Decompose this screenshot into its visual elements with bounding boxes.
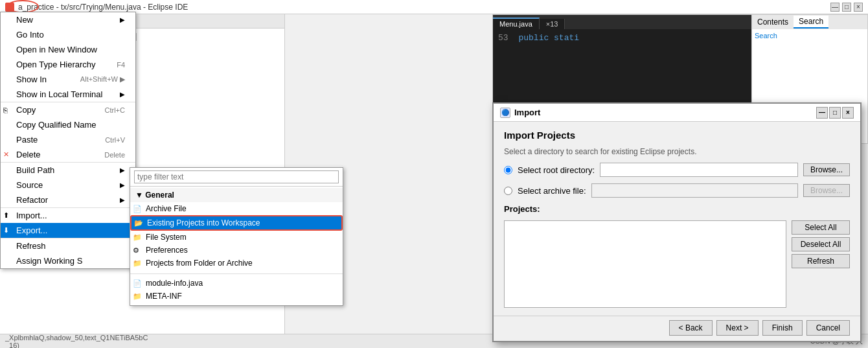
import-dialog[interactable]: 🔵 Import — □ × Import Projects Select a … [492,102,862,342]
submenu-extra-items: 📄 module-info.java 📁 META-INF [130,274,343,305]
file-system-icon: 📁 [133,233,142,242]
filter-input[interactable] [134,170,339,183]
submenu-projects-from-folder[interactable]: 📁 Projects from Folder or Archive [130,257,343,270]
projects-box[interactable] [504,220,786,308]
general-section-header: ▼ General [130,188,343,202]
archive-browse-btn[interactable]: Browse... [803,184,850,197]
preferences-icon: ⚙ [133,246,139,255]
dialog-close[interactable]: × [842,107,854,119]
existing-projects-icon: 📂 [134,219,143,227]
archive-row[interactable]: Select archive file: Browse... [504,183,850,198]
ctx-build-path[interactable]: Build Path ▶ [1,163,135,178]
ctx-open-new-window[interactable]: Open in New Window [1,42,135,57]
archive-label: Select archive file: [518,186,586,196]
side-buttons[interactable]: Select All Deselect All Refresh [792,220,850,308]
dialog-title-left: 🔵 Import [500,108,540,118]
editor-content: 53 public stati [493,29,777,49]
arrow-icon: ▶ [120,16,125,23]
help-tab-bar[interactable]: Contents Search [752,15,867,29]
window-controls[interactable]: — □ × [830,3,863,12]
dialog-controls[interactable]: — □ × [816,107,854,119]
close-btn[interactable]: × [854,3,863,12]
dialog-maximize[interactable]: □ [829,107,841,119]
ctx-source[interactable]: Source ▶ [1,178,135,192]
refresh-btn[interactable]: Refresh [792,254,850,268]
search-link[interactable]: Search [755,32,777,40]
finish-btn[interactable]: Finish [762,320,803,336]
ctx-copy-qualified[interactable]: Copy Qualified Name [1,117,135,132]
import-icon: ⬆ [3,211,9,220]
help-search-area[interactable]: Search [752,29,867,42]
root-browse-btn[interactable]: Browse... [803,163,850,176]
ctx-go-into[interactable]: Go Into [1,27,135,42]
export-icon: ⬇ [3,226,9,235]
tab-menu-java[interactable]: Menu.java [493,17,540,29]
arrow5-icon: ▶ [120,196,125,203]
dialog-title-bar: 🔵 Import — □ × [494,104,860,122]
status-left: _XplbmhlaQ,shadow_50,text_Q1NETiBA5bC _1… [5,334,148,349]
dialog-body: Import Projects Select a directory to se… [494,122,860,316]
tab-search[interactable]: Search [794,16,828,29]
arrow3-icon: ▶ [120,167,125,174]
context-menu[interactable]: New ▶ Go Into Open in New Window Open Ty… [0,12,136,269]
submenu-archive-file[interactable]: 📄 Archive File [130,202,343,215]
submenu-file-system[interactable]: 📁 File System [130,231,343,244]
deselect-all-btn[interactable]: Deselect All [792,237,850,251]
line-number: 53 [498,33,508,43]
submenu-module-info[interactable]: 📄 module-info.java [130,277,343,290]
meta-inf-icon: 📁 [133,292,142,301]
root-dir-input[interactable] [600,163,798,177]
window-title: a_practice - tx/src/Trying/Menu.java - E… [18,3,830,12]
ctx-refresh[interactable]: Refresh [1,238,135,253]
submenu-preferences[interactable]: ⚙ Preferences [130,244,343,257]
app-icon [5,3,14,12]
copy-icon: ⎘ [3,106,8,114]
ctx-delete[interactable]: ✕ Delete Delete [1,147,135,162]
archive-radio[interactable] [504,187,512,195]
ctx-new[interactable]: New ▶ [1,12,135,27]
projects-area: Select All Deselect All Refresh [504,220,850,308]
dialog-title: Import [514,108,540,117]
dialog-subtext: Select a directory to search for existin… [504,147,850,156]
module-info-icon: 📄 [133,279,142,288]
code-line: 53 public stati [498,33,771,45]
maximize-btn[interactable]: □ [842,3,851,12]
root-dir-label: Select root directory: [518,165,595,175]
archive-input[interactable] [591,183,798,198]
minimize-btn[interactable]: — [830,3,839,12]
dialog-app-icon: 🔵 [500,108,510,118]
ctx-open-type-hierarchy[interactable]: Open Type Hierarchy F4 [1,57,135,72]
editor-tab-bar[interactable]: Menu.java ×13 [493,15,777,29]
ctx-assign-working[interactable]: Assign Working S [1,253,135,268]
projects-label: Projects: [504,204,850,214]
ctx-show-in[interactable]: Show In Alt+Shift+W ▶ [1,72,135,87]
dialog-footer[interactable]: < Back Next > Finish Cancel [494,316,860,341]
archive-icon: 📄 [133,205,142,213]
ctx-paste[interactable]: Paste Ctrl+V [1,132,135,147]
ctx-copy[interactable]: ⎘ Copy Ctrl+C [1,102,135,117]
cancel-btn[interactable]: Cancel [806,320,850,336]
submenu-filter[interactable] [130,168,343,187]
arrow4-icon: ▶ [120,181,125,189]
select-all-btn[interactable]: Select All [792,220,850,235]
code-keyword: public stati [518,33,579,43]
back-btn[interactable]: < Back [669,320,713,336]
dialog-minimize[interactable]: — [816,107,828,119]
next-btn[interactable]: Next > [716,320,759,336]
ctx-refactor[interactable]: Refactor ▶ [1,192,135,207]
submenu-general-section: ▼ General 📄 Archive File 📂 Existing Proj… [130,187,343,271]
ctx-import[interactable]: ⬆ Import... [1,208,135,223]
delete-icon: ✕ [3,150,9,159]
submenu-panel[interactable]: ▼ General 📄 Archive File 📂 Existing Proj… [130,167,343,306]
tab-contents[interactable]: Contents [752,16,794,28]
submenu-meta-inf[interactable]: 📁 META-INF [130,290,343,303]
projects-folder-icon: 📁 [133,259,142,268]
root-dir-radio[interactable] [504,166,512,174]
tab-count[interactable]: ×13 [540,19,565,29]
dialog-heading: Import Projects [504,130,850,141]
arrow2-icon: ▶ [120,91,125,98]
ctx-show-local-terminal[interactable]: Show in Local Terminal ▶ [1,87,135,102]
submenu-existing-projects[interactable]: 📂 Existing Projects into Workspace [130,215,343,231]
ctx-export[interactable]: ⬇ Export... [1,223,135,238]
root-dir-row[interactable]: Select root directory: Browse... [504,163,850,177]
